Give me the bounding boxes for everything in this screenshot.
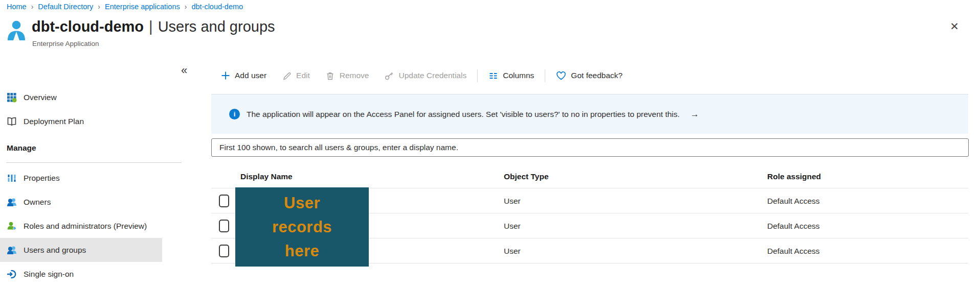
overlay-text-line: here [285, 239, 319, 263]
got-feedback-button[interactable]: Got feedback? [548, 65, 630, 86]
column-header-display-name: Display Name [240, 172, 293, 181]
people-icon [7, 197, 17, 207]
toolbar-separator [545, 69, 545, 82]
breadcrumb-dbt-cloud-demo[interactable]: dbt-cloud-demo [191, 3, 243, 11]
info-icon: i [229, 109, 240, 119]
page-title-section: Users and groups [158, 18, 275, 35]
object-type-cell: User [504, 188, 521, 213]
columns-icon [488, 71, 498, 81]
breadcrumb-separator: › [98, 2, 100, 11]
sidebar-item-deployment-plan[interactable]: Deployment Plan [0, 109, 162, 133]
book-icon [7, 116, 17, 127]
row-checkbox[interactable] [219, 220, 229, 232]
people-icon [7, 245, 17, 255]
column-header-role-assigned: Role assigned [767, 172, 821, 181]
page-title-separator: | [149, 18, 153, 35]
sidebar-divider [6, 162, 182, 163]
sidebar-collapse-icon[interactable]: « [181, 65, 187, 76]
sidebar-item-label: Overview [24, 93, 57, 102]
overlay-text-line: records [272, 215, 332, 239]
remove-button: Remove [318, 65, 377, 86]
arrow-right-icon[interactable]: → [691, 109, 699, 119]
toolbar-separator [477, 69, 478, 82]
plus-icon [221, 71, 230, 80]
key-icon [384, 71, 394, 81]
row-checkbox[interactable] [219, 195, 229, 207]
sliders-icon [7, 173, 17, 183]
azure-enterprise-app-users-groups-blade: Home › Default Directory › Enterprise ap… [0, 0, 980, 289]
update-credentials-button: Update Credentials [376, 65, 474, 86]
role-assigned-cell: Default Access [767, 238, 820, 263]
sidebar-item-users-and-groups[interactable]: Users and groups [0, 238, 162, 262]
sidebar-item-label: Deployment Plan [24, 117, 84, 126]
sidebar-item-overview[interactable]: Overview [0, 85, 162, 109]
sidebar-item-label: Single sign-on [24, 270, 74, 279]
breadcrumb-separator: › [185, 2, 187, 11]
sidebar-item-label: Users and groups [24, 246, 86, 255]
sidebar-item-label: Properties [24, 174, 60, 183]
person-role-icon [7, 221, 17, 231]
breadcrumb-separator: › [31, 2, 34, 11]
breadcrumb-default-directory[interactable]: Default Directory [38, 3, 93, 11]
close-icon[interactable]: ✕ [947, 19, 962, 34]
enterprise-app-person-icon [7, 20, 26, 41]
pencil-icon [282, 71, 292, 81]
row-checkbox[interactable] [219, 245, 229, 257]
page-title: dbt-cloud-demo|Users and groups [32, 18, 275, 35]
role-assigned-cell: Default Access [767, 213, 820, 238]
breadcrumb: Home › Default Directory › Enterprise ap… [7, 2, 243, 11]
grid-overview-icon [7, 92, 17, 103]
user-records-redaction-overlay: User records here [235, 187, 369, 267]
search-input[interactable] [211, 138, 969, 157]
info-banner: i The application will appear on the Acc… [211, 94, 968, 134]
command-bar: Add user Edit Remove Update Cred [210, 65, 630, 86]
breadcrumb-home[interactable]: Home [7, 3, 27, 11]
edit-button: Edit [274, 65, 318, 86]
sidebar-item-owners[interactable]: Owners [0, 190, 162, 214]
column-header-object-type: Object Type [504, 172, 549, 181]
sidebar-item-single-sign-on[interactable]: Single sign-on [0, 262, 162, 286]
object-type-cell: User [504, 213, 521, 238]
overlay-text-line: User [284, 191, 320, 215]
add-user-button[interactable]: Add user [210, 65, 274, 86]
sidebar-item-roles-administrators[interactable]: Roles and administrators (Preview) [0, 214, 162, 238]
breadcrumb-enterprise-applications[interactable]: Enterprise applications [105, 3, 180, 11]
trash-icon [325, 71, 335, 81]
sidebar-section-manage: Manage [7, 143, 36, 153]
page-subtitle: Enterprise Application [32, 40, 99, 47]
info-banner-text: The application will appear on the Acces… [247, 110, 680, 119]
sidebar-item-label: Owners [24, 198, 51, 207]
sidebar-item-properties[interactable]: Properties [0, 166, 162, 190]
heart-icon [556, 71, 566, 81]
page-title-app-name: dbt-cloud-demo [32, 18, 144, 35]
object-type-cell: User [504, 238, 521, 263]
columns-button[interactable]: Columns [481, 65, 542, 86]
sidebar-item-label: Roles and administrators (Preview) [24, 222, 147, 231]
role-assigned-cell: Default Access [767, 188, 820, 213]
sign-in-icon [7, 269, 17, 279]
